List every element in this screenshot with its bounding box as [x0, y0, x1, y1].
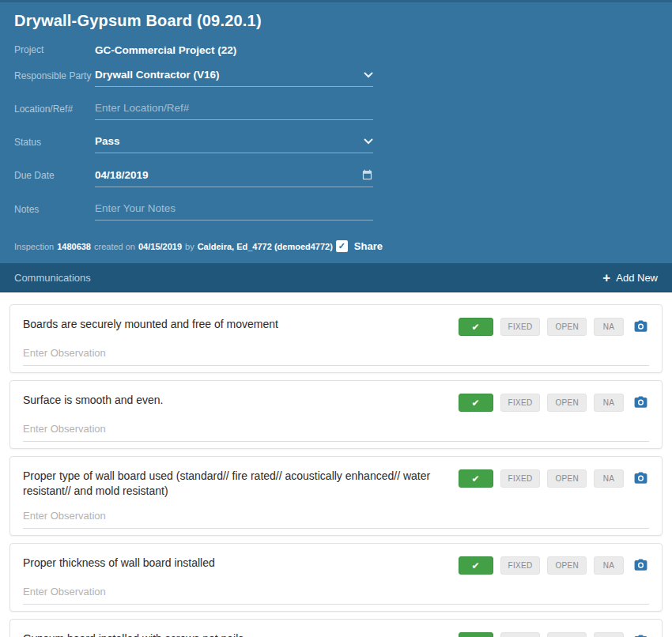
check-icon: ✔: [471, 398, 479, 408]
status-buttons: ✔ FIXED OPEN NA: [459, 317, 650, 336]
pass-button[interactable]: ✔: [459, 469, 493, 488]
status-buttons: ✔ FIXED OPEN NA: [459, 556, 650, 575]
status-select[interactable]: Pass: [95, 135, 373, 153]
check-icon: ✔: [471, 474, 479, 484]
notes-label: Notes: [14, 202, 95, 215]
fixed-button[interactable]: FIXED: [500, 394, 541, 412]
meta-prefix: Inspection: [14, 242, 54, 251]
share-control[interactable]: ✓ Share: [336, 240, 383, 252]
pass-button[interactable]: ✔: [459, 318, 493, 336]
camera-icon: [632, 557, 649, 575]
author-name: Caldeira, Ed_4772 (demoed4772): [198, 242, 333, 251]
responsible-party-select[interactable]: Drywall Contractor (V16): [95, 69, 373, 87]
share-label: Share: [354, 240, 383, 252]
camera-button[interactable]: [632, 633, 649, 637]
communications-bar: Communications + Add New: [0, 263, 672, 292]
field-row-responsible-party: Responsible Party Drywall Contractor (V1…: [0, 69, 672, 87]
location-label: Location/Ref#: [14, 102, 95, 115]
created-date: 04/15/2019: [138, 242, 182, 251]
add-new-button[interactable]: + Add New: [602, 271, 658, 285]
location-field: [95, 102, 373, 120]
item-text: Surface is smooth and even.: [23, 393, 459, 408]
fixed-button[interactable]: FIXED: [500, 632, 541, 637]
field-row-due-date: Due Date 04/18/2019: [0, 168, 672, 187]
meta-by-text: by: [185, 242, 194, 251]
fixed-button[interactable]: FIXED: [500, 469, 541, 488]
project-value: GC-Commercial Project (22): [95, 43, 373, 58]
observation-input[interactable]: [23, 420, 649, 442]
inspection-meta: Inspection 1480638 created on 04/15/2019…: [0, 236, 672, 254]
pass-button[interactable]: ✔: [459, 556, 493, 575]
check-icon: ✔: [471, 561, 479, 571]
notes-input[interactable]: [95, 202, 373, 214]
observation-input[interactable]: [23, 582, 649, 605]
due-date-field[interactable]: 04/18/2019: [95, 168, 373, 187]
item-text: Boards are securely mounted and free of …: [23, 317, 459, 332]
chevron-down-icon: [364, 72, 373, 78]
plus-icon: +: [602, 271, 610, 285]
fixed-button[interactable]: FIXED: [500, 556, 541, 575]
na-button[interactable]: NA: [594, 318, 624, 336]
field-row-notes: Notes: [0, 202, 672, 220]
check-icon: ✓: [338, 241, 345, 251]
field-row-project: Project GC-Commercial Project (22): [0, 43, 672, 58]
camera-button[interactable]: [632, 470, 649, 488]
inspection-id: 1480638: [57, 242, 91, 251]
na-button[interactable]: NA: [594, 556, 624, 575]
status-buttons: ✔ FIXED OPEN NA: [459, 631, 650, 637]
communications-title: Communications: [14, 272, 91, 284]
checklist-item-card: Gypsum board installed with screws not n…: [9, 619, 663, 637]
observation-input[interactable]: [23, 344, 649, 366]
item-text: Gypsum board installed with screws not n…: [23, 631, 459, 637]
page-title: Drywall-Gypsum Board (09.20.1): [0, 2, 672, 43]
field-row-location: Location/Ref#: [0, 102, 672, 120]
open-button[interactable]: OPEN: [547, 632, 587, 637]
check-icon: ✔: [471, 322, 479, 332]
chevron-down-icon: [364, 138, 373, 145]
status-label: Status: [14, 135, 95, 148]
checklist-item-card: Boards are securely mounted and free of …: [9, 304, 663, 373]
status-buttons: ✔ FIXED OPEN NA: [459, 469, 650, 488]
open-button[interactable]: OPEN: [547, 318, 587, 336]
meta-created-text: created on: [94, 242, 135, 251]
pass-button[interactable]: ✔: [459, 394, 493, 412]
camera-icon: [632, 394, 649, 412]
inspection-page: Drywall-Gypsum Board (09.20.1) Project G…: [0, 0, 672, 637]
open-button[interactable]: OPEN: [547, 394, 587, 412]
field-row-status: Status Pass: [0, 135, 672, 153]
open-button[interactable]: OPEN: [547, 556, 587, 575]
checklist-item-card: Proper type of wall board used (standard…: [9, 456, 663, 536]
camera-button[interactable]: [632, 557, 649, 575]
na-button[interactable]: NA: [594, 469, 624, 488]
status-buttons: ✔ FIXED OPEN NA: [459, 393, 650, 412]
camera-icon: [632, 318, 649, 336]
na-button[interactable]: NA: [594, 632, 624, 637]
fixed-button[interactable]: FIXED: [500, 318, 541, 336]
checklist-section: Boards are securely mounted and free of …: [0, 292, 672, 637]
location-ref-input[interactable]: [95, 102, 373, 114]
notes-field: [95, 202, 373, 220]
calendar-icon: [361, 168, 373, 181]
responsible-party-label: Responsible Party: [14, 69, 95, 81]
item-text: Proper type of wall board used (standard…: [23, 469, 459, 499]
share-checkbox[interactable]: ✓: [336, 240, 348, 252]
na-button[interactable]: NA: [594, 394, 624, 412]
open-button[interactable]: OPEN: [547, 469, 587, 488]
camera-icon: [632, 470, 649, 488]
observation-input[interactable]: [23, 507, 649, 529]
add-new-label: Add New: [616, 272, 658, 284]
due-date-label: Due Date: [14, 168, 95, 181]
checklist-item-card: Surface is smooth and even. ✔ FIXED OPEN…: [9, 380, 663, 449]
inspection-header: Drywall-Gypsum Board (09.20.1) Project G…: [0, 0, 672, 263]
camera-icon: [632, 633, 649, 637]
checklist-item-card: Proper thickness of wall board installed…: [9, 543, 663, 612]
pass-button[interactable]: ✔: [459, 632, 493, 637]
camera-button[interactable]: [632, 394, 649, 412]
project-label: Project: [14, 43, 95, 55]
camera-button[interactable]: [632, 318, 649, 336]
item-text: Proper thickness of wall board installed: [23, 556, 459, 571]
